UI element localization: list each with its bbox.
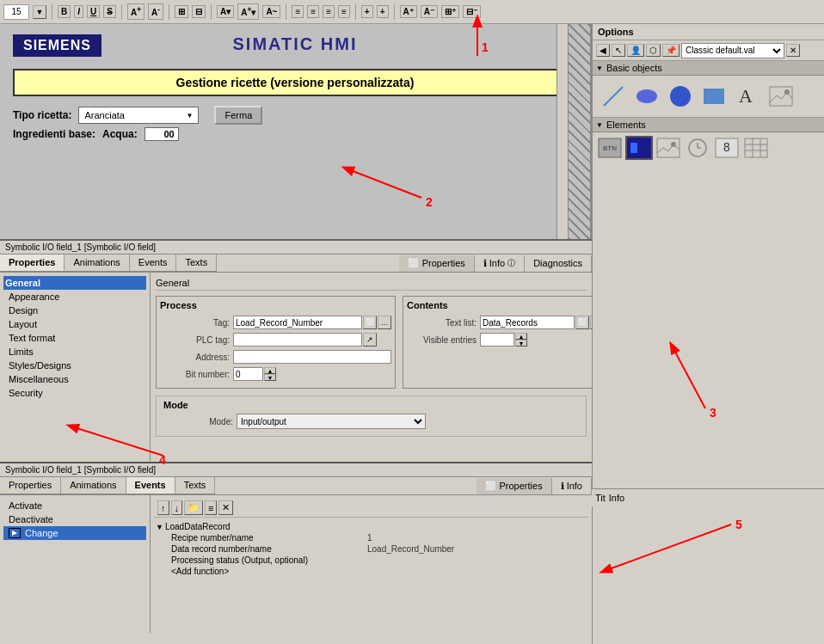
opts-back-btn[interactable]: ◀: [596, 44, 610, 57]
obj-ellipse[interactable]: [631, 81, 662, 112]
visible-entries-input[interactable]: [480, 333, 514, 347]
sidebar-general[interactable]: General: [3, 276, 146, 290]
sidebar-text-format[interactable]: Text format: [3, 331, 146, 345]
tipo-dropdown[interactable]: Aranciata ▼: [78, 107, 199, 124]
event-move-down-btn[interactable]: ↓: [171, 500, 183, 515]
font-larger-button[interactable]: A+: [127, 3, 145, 19]
add-function-label[interactable]: <Add function>: [171, 567, 360, 576]
bit-number-spin[interactable]: ▲ ▼: [264, 367, 276, 381]
tag-input[interactable]: [233, 316, 362, 329]
event-delete-btn[interactable]: ✕: [218, 500, 233, 515]
zoom-in-button[interactable]: A⁺: [400, 5, 417, 18]
tab-animations-1[interactable]: Animations: [65, 255, 129, 271]
tab-info-right[interactable]: ℹ Info ⓘ: [475, 255, 525, 272]
opts-sort-btn[interactable]: ⬡: [646, 44, 661, 57]
obj-circle[interactable]: [665, 81, 696, 112]
indent-less-button[interactable]: ⊟: [192, 5, 206, 18]
special-button[interactable]: A~: [262, 5, 280, 18]
font-size-input[interactable]: 15: [3, 4, 29, 20]
plc-tag-input[interactable]: [233, 333, 362, 347]
sidebar-design[interactable]: Design: [3, 304, 146, 317]
plc-tag-expand-btn[interactable]: ↗: [363, 333, 377, 347]
bit-number-input[interactable]: [233, 367, 263, 381]
opts-person-btn[interactable]: 👤: [627, 44, 644, 57]
zoom-out-button[interactable]: A⁻: [421, 5, 438, 18]
align-justify-button[interactable]: ≡: [338, 5, 350, 18]
italic-button[interactable]: I: [74, 5, 83, 18]
opts-cursor-btn[interactable]: ↖: [612, 44, 625, 57]
tab-diagnostics-right[interactable]: Diagnostics: [525, 255, 592, 272]
tab-events-1[interactable]: Events: [130, 255, 177, 271]
obj-image[interactable]: [766, 81, 796, 112]
visible-entries-spin[interactable]: ▲ ▼: [515, 333, 527, 347]
tree-child-add-function[interactable]: <Add function>: [154, 566, 588, 577]
tab-events-2[interactable]: Events: [126, 477, 175, 494]
align-left-button[interactable]: ≡: [292, 5, 304, 18]
sidebar-security[interactable]: Security: [3, 386, 146, 400]
sidebar-misc[interactable]: Miscellaneous: [3, 372, 146, 386]
mode-select[interactable]: Input/output: [237, 414, 426, 429]
tab-animations-2[interactable]: Animations: [61, 477, 126, 494]
spin-up-btn[interactable]: ▲: [264, 367, 276, 374]
align-right-button[interactable]: ≡: [323, 5, 335, 18]
sidebar-deactivate[interactable]: Deactivate: [3, 512, 146, 526]
event-move-up-btn[interactable]: ↑: [157, 500, 169, 515]
spin-down-btn[interactable]: ▼: [264, 374, 276, 381]
align-center-button[interactable]: ≡: [307, 5, 319, 18]
tree-expand-icon[interactable]: ▼: [156, 523, 163, 531]
event-list-btn[interactable]: ≡: [205, 500, 217, 515]
text-list-input[interactable]: [480, 316, 575, 329]
font-color-button[interactable]: A▾: [217, 5, 234, 18]
elem-gauge[interactable]: 8: [713, 136, 741, 160]
strikethrough-button[interactable]: S: [103, 5, 116, 18]
elem-image2[interactable]: [655, 136, 682, 160]
sidebar-limits[interactable]: Limits: [3, 345, 146, 359]
tab-properties-2[interactable]: Properties: [0, 477, 61, 494]
elem-button[interactable]: BTN: [596, 136, 624, 160]
address-input[interactable]: [233, 350, 391, 364]
tag-dots-btn[interactable]: …: [378, 316, 391, 329]
tab-properties-right[interactable]: ⬜ Properties: [399, 255, 475, 272]
font-size-spin[interactable]: ▼: [33, 5, 46, 19]
events-tab-properties-right[interactable]: ⬜ Properties: [477, 478, 552, 494]
visible-entries-down-btn[interactable]: ▼: [515, 340, 527, 347]
elem-bar[interactable]: [625, 136, 653, 160]
elements-header[interactable]: ▼ Elements: [593, 118, 824, 132]
svg-line-0: [604, 87, 623, 106]
opts-pin-btn[interactable]: 📌: [662, 44, 679, 57]
tag-browse-btn[interactable]: ⬜: [363, 316, 377, 329]
obj-rectangle[interactable]: [698, 81, 729, 112]
obj-line[interactable]: [598, 81, 629, 112]
events-tab-info-right[interactable]: ℹ Info: [552, 478, 592, 494]
text-list-dots-btn[interactable]: …: [590, 316, 592, 329]
tree-child-recipe-number: Recipe number/name 1: [154, 532, 588, 543]
classic-select[interactable]: Classic default.val: [681, 43, 784, 58]
insert2-button[interactable]: +: [377, 5, 389, 18]
sidebar-layout[interactable]: Layout: [3, 317, 146, 331]
text-list-browse-btn[interactable]: ⬜: [575, 316, 589, 329]
grid-less-button[interactable]: ⊟⁻: [463, 5, 481, 18]
obj-text[interactable]: A: [732, 81, 763, 112]
event-folder-btn[interactable]: 📁: [184, 500, 203, 515]
sidebar-appearance[interactable]: Appearance: [3, 290, 146, 304]
sidebar-styles[interactable]: Styles/Designs: [3, 359, 146, 372]
indent-more-button[interactable]: ⊞: [175, 5, 188, 18]
grid-more-button[interactable]: ⊞⁺: [441, 5, 459, 18]
ferma-button[interactable]: Ferma: [214, 106, 262, 125]
scroll-track[interactable]: [557, 24, 569, 239]
sidebar-activate[interactable]: Activate: [3, 499, 146, 512]
sidebar-change[interactable]: ▶ Change: [3, 526, 146, 540]
tab-texts-2[interactable]: Texts: [175, 477, 216, 494]
bold-button[interactable]: B: [58, 5, 71, 18]
visible-entries-up-btn[interactable]: ▲: [515, 333, 527, 340]
insert1-button[interactable]: +: [361, 5, 373, 18]
font-smaller-button[interactable]: A-: [148, 3, 163, 19]
basic-objects-header[interactable]: ▼ Basic objects: [593, 61, 824, 76]
tab-texts-1[interactable]: Texts: [176, 255, 217, 271]
underline-button[interactable]: U: [87, 5, 100, 18]
opts-close-btn[interactable]: ✕: [786, 44, 800, 57]
elem-table[interactable]: [742, 136, 770, 160]
elem-clock[interactable]: [684, 136, 711, 160]
highlight-button[interactable]: A+▾: [237, 3, 259, 19]
tab-properties-1[interactable]: Properties: [0, 255, 65, 271]
